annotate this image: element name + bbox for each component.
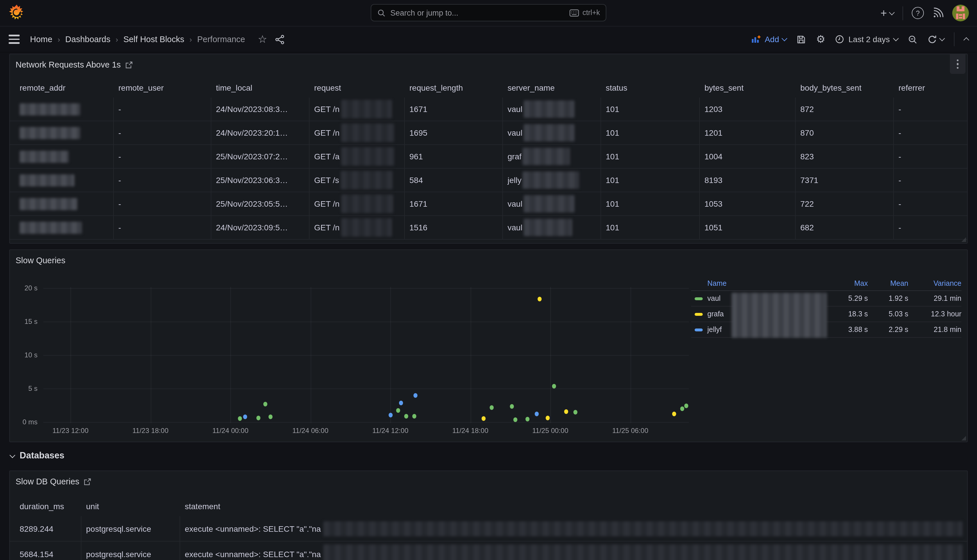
panel-menu-button[interactable] xyxy=(950,54,965,74)
grafana-logo-icon[interactable] xyxy=(9,5,25,22)
scatter-point[interactable] xyxy=(268,415,273,419)
scatter-point[interactable] xyxy=(238,417,242,421)
news-button[interactable] xyxy=(932,8,944,18)
table-cell: vaul xyxy=(503,216,601,239)
table-row: -24/Nov/2023:20:1…GET /n1695vaul10112018… xyxy=(10,121,967,145)
breadcrumb-self-host-blocks[interactable]: Self Host Blocks xyxy=(123,35,184,44)
scatter-point[interactable] xyxy=(412,413,416,418)
table-cell: 1516 xyxy=(405,216,503,239)
user-avatar[interactable] xyxy=(952,5,969,22)
chart-legend: Name Max Mean Variance vaul5.29 s1.92 s2… xyxy=(691,277,961,338)
table-cell: 872 xyxy=(796,98,894,121)
scatter-point[interactable] xyxy=(574,410,578,415)
x-axis-tick-label: 11/24 18:00 xyxy=(444,427,496,435)
scatter-point[interactable] xyxy=(552,384,556,388)
series-color-icon xyxy=(695,297,703,300)
table-cell: 1201 xyxy=(700,121,796,144)
table-cell: 8193 xyxy=(700,168,796,192)
scatter-point[interactable] xyxy=(404,413,408,418)
refresh-button[interactable] xyxy=(927,34,944,44)
chevron-down-icon xyxy=(939,35,945,41)
column-header[interactable]: server_name xyxy=(503,77,601,98)
menu-toggle-icon[interactable] xyxy=(9,35,20,44)
scatter-point[interactable] xyxy=(257,416,260,420)
legend-header-variance[interactable]: Variance xyxy=(908,279,961,288)
time-range-picker[interactable]: Last 2 days xyxy=(835,35,898,44)
grafana-dashboard: Search or jump to... ctrl+k + ? xyxy=(0,0,977,560)
share-icon[interactable] xyxy=(275,34,284,44)
column-header[interactable]: remote_user xyxy=(114,77,211,98)
table-cell: 101 xyxy=(601,168,700,192)
table-cell: 24/Nov/2023:08:3… xyxy=(211,98,310,121)
redacted-region xyxy=(524,195,574,212)
zoom-out-button[interactable] xyxy=(908,34,917,44)
scatter-point[interactable] xyxy=(399,401,403,405)
legend-header-name[interactable]: Name xyxy=(691,279,827,288)
scatter-point[interactable] xyxy=(510,404,514,409)
table-cell: 1671 xyxy=(405,98,503,121)
scatter-point[interactable] xyxy=(684,403,688,408)
redacted-region xyxy=(524,219,572,236)
scatter-point[interactable] xyxy=(546,416,550,420)
redacted-region xyxy=(523,148,570,165)
scatter-point[interactable] xyxy=(243,415,247,419)
dashboard-settings-button[interactable]: ⚙ xyxy=(816,34,825,45)
scatter-point[interactable] xyxy=(490,405,494,410)
column-header[interactable]: body_bytes_sent xyxy=(796,77,894,98)
table-row: -24/Nov/2023:08:3…GET /n1671vaul10112038… xyxy=(10,98,967,121)
column-header[interactable]: duration_ms xyxy=(10,497,82,516)
scatter-point[interactable] xyxy=(535,411,539,416)
scatter-point[interactable] xyxy=(526,417,530,422)
column-header[interactable]: request_length xyxy=(405,77,503,98)
column-header[interactable]: bytes_sent xyxy=(700,77,796,98)
column-header[interactable]: referrer xyxy=(894,77,967,98)
scatter-point[interactable] xyxy=(414,393,418,398)
legend-variance: 12.3 hour xyxy=(908,310,961,318)
column-header[interactable]: statement xyxy=(180,497,967,516)
chevron-down-icon xyxy=(889,9,895,15)
scatter-point[interactable] xyxy=(514,417,518,422)
legend-header-mean[interactable]: Mean xyxy=(868,279,908,288)
column-header[interactable]: remote_addr xyxy=(10,77,114,98)
databases-section-toggle[interactable]: Databases xyxy=(10,450,64,461)
add-panel-button[interactable]: Add xyxy=(752,35,787,44)
help-button[interactable]: ? xyxy=(912,7,924,19)
scatter-point[interactable] xyxy=(388,413,392,417)
panel-resize-handle[interactable] xyxy=(961,237,966,242)
collapse-toolbar-button[interactable] xyxy=(964,37,968,42)
save-dashboard-button[interactable] xyxy=(797,34,806,44)
legend-header-max[interactable]: Max xyxy=(827,279,868,288)
scatter-point[interactable] xyxy=(680,407,684,411)
column-header[interactable]: status xyxy=(601,77,700,98)
section-label: Databases xyxy=(20,450,64,461)
column-header[interactable]: unit xyxy=(82,497,180,516)
legend-variance: 21.8 min xyxy=(908,326,961,334)
scatter-point[interactable] xyxy=(672,411,676,416)
table-cell: - xyxy=(894,98,967,121)
scatter-point[interactable] xyxy=(263,402,267,407)
column-header[interactable]: request xyxy=(310,77,405,98)
table-cell: 101 xyxy=(601,145,700,168)
rss-icon xyxy=(932,8,944,18)
breadcrumb-dashboards[interactable]: Dashboards xyxy=(65,35,110,44)
clock-icon xyxy=(835,35,844,44)
breadcrumb-home[interactable]: Home xyxy=(30,35,52,44)
column-header[interactable]: time_local xyxy=(211,77,310,98)
table-cell: 870 xyxy=(796,121,894,144)
table-cell: - xyxy=(894,168,967,192)
search-input[interactable]: Search or jump to... ctrl+k xyxy=(371,4,606,22)
panel-resize-handle[interactable] xyxy=(961,436,966,440)
scatter-point[interactable] xyxy=(564,409,568,414)
scatter-point[interactable] xyxy=(538,297,542,302)
table-cell: - xyxy=(114,121,211,144)
external-link-icon[interactable] xyxy=(125,61,133,68)
scatter-point[interactable] xyxy=(482,416,485,421)
new-button[interactable]: + xyxy=(880,7,894,19)
scatter-point[interactable] xyxy=(397,408,400,413)
panel-title[interactable]: Network Requests Above 1s xyxy=(16,60,121,69)
favorite-star-icon[interactable]: ☆ xyxy=(258,34,267,45)
top-bar: Search or jump to... ctrl+k + ? xyxy=(0,0,977,27)
external-link-icon[interactable] xyxy=(84,478,92,485)
panel-title[interactable]: Slow DB Queries xyxy=(16,477,79,486)
x-axis-tick-label: 11/23 12:00 xyxy=(45,427,97,435)
